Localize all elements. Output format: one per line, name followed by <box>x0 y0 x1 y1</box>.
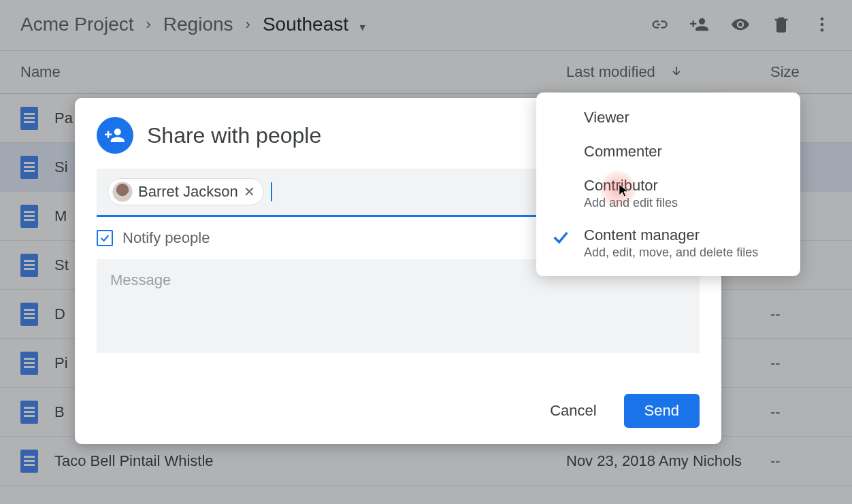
send-button[interactable]: Send <box>624 394 700 428</box>
role-menu: Viewer Commenter Contributor Add and edi… <box>536 93 800 276</box>
cancel-button[interactable]: Cancel <box>542 395 604 426</box>
text-cursor <box>271 182 272 201</box>
role-label: Viewer <box>584 109 783 127</box>
dialog-actions: Cancel Send <box>97 394 700 428</box>
check-icon <box>551 228 570 250</box>
role-contributor[interactable]: Contributor Add and edit files <box>536 169 800 218</box>
role-desc: Add and edit files <box>584 196 783 210</box>
person-add-circle-icon <box>97 117 133 154</box>
dialog-title: Share with people <box>147 123 321 148</box>
avatar <box>112 182 133 202</box>
role-label: Commenter <box>584 143 783 161</box>
chip-remove-icon[interactable]: ✕ <box>244 184 255 200</box>
role-commenter[interactable]: Commenter <box>536 135 800 169</box>
role-label: Content manager <box>584 226 783 244</box>
role-desc: Add, edit, move, and delete files <box>584 246 783 260</box>
role-content-manager[interactable]: Content manager Add, edit, move, and del… <box>536 218 800 268</box>
notify-label: Notify people <box>122 229 210 247</box>
notify-checkbox[interactable] <box>97 230 113 246</box>
role-label: Contributor <box>584 177 783 195</box>
person-chip[interactable]: Barret Jackson ✕ <box>108 178 264 205</box>
chip-label: Barret Jackson <box>138 183 238 201</box>
role-viewer[interactable]: Viewer <box>536 101 800 135</box>
